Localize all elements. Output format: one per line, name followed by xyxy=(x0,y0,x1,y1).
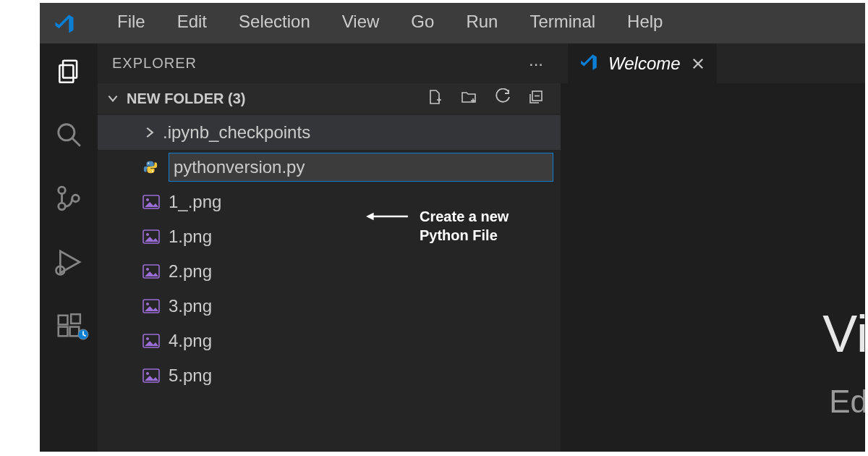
svg-rect-11 xyxy=(71,314,80,324)
menu-view[interactable]: View xyxy=(326,0,396,43)
activity-source-control[interactable] xyxy=(51,184,86,213)
python-file-icon xyxy=(142,159,169,175)
tree-file-label: 1.png xyxy=(169,227,212,247)
explorer-sidebar: EXPLORER ··· NEW FOLDER (3) xyxy=(98,43,561,456)
tree-file-label: 5.png xyxy=(169,366,212,386)
menu-file[interactable]: File xyxy=(101,0,161,43)
welcome-title-fragment: Vi xyxy=(822,304,868,363)
tab-welcome[interactable]: Welcome xyxy=(568,43,717,83)
tree-new-file-row xyxy=(98,150,561,185)
tree-file-label: 3.png xyxy=(169,296,212,316)
collapse-all-icon[interactable] xyxy=(527,88,545,109)
activity-search[interactable] xyxy=(51,120,86,149)
image-file-icon xyxy=(142,195,169,209)
explorer-title: EXPLORER xyxy=(112,55,197,72)
svg-point-6 xyxy=(72,195,80,202)
file-tree: .ipynb_checkpoints 1_.png 1.png xyxy=(98,114,561,393)
svg-point-24 xyxy=(146,233,149,236)
refresh-icon[interactable] xyxy=(494,88,511,109)
activity-run-debug[interactable] xyxy=(51,248,86,276)
chevron-right-icon xyxy=(142,125,163,140)
image-file-icon xyxy=(142,334,169,348)
svg-rect-8 xyxy=(59,316,68,325)
svg-point-5 xyxy=(59,203,66,210)
menu-selection[interactable]: Selection xyxy=(223,0,326,43)
svg-point-2 xyxy=(59,124,75,140)
svg-rect-9 xyxy=(59,327,68,337)
svg-point-28 xyxy=(146,303,149,305)
image-file-icon xyxy=(142,264,169,279)
svg-rect-1 xyxy=(59,65,73,83)
close-icon[interactable] xyxy=(691,56,705,71)
menu-bar: File Edit Selection View Go Run Terminal… xyxy=(0,0,868,43)
vscode-logo-icon xyxy=(579,53,598,75)
activity-extensions[interactable] xyxy=(51,311,86,340)
tree-file[interactable]: 1.png xyxy=(98,219,561,254)
image-file-icon xyxy=(142,368,169,383)
folder-section-header[interactable]: NEW FOLDER (3) xyxy=(98,83,561,114)
svg-point-20 xyxy=(152,171,153,172)
tree-file-label: 2.png xyxy=(169,261,212,282)
svg-point-26 xyxy=(146,268,149,271)
svg-point-30 xyxy=(146,337,149,340)
tree-folder-ipynb-checkpoints[interactable]: .ipynb_checkpoints xyxy=(98,115,561,150)
menu-help[interactable]: Help xyxy=(611,0,678,43)
svg-point-19 xyxy=(148,163,149,164)
explorer-more-icon[interactable]: ··· xyxy=(529,54,548,74)
menu-edit[interactable]: Edit xyxy=(161,0,223,43)
tree-file[interactable]: 5.png xyxy=(98,358,561,393)
image-file-icon xyxy=(142,229,169,244)
new-folder-icon[interactable] xyxy=(459,88,478,109)
explorer-header: EXPLORER ··· xyxy=(98,43,561,83)
image-file-icon xyxy=(142,299,169,313)
welcome-subtitle-fragment: Ed xyxy=(829,384,868,420)
tree-folder-label: .ipynb_checkpoints xyxy=(163,122,310,143)
editor-area: Welcome Vi Ed xyxy=(561,43,868,456)
vscode-logo-icon xyxy=(54,13,75,38)
menu-run[interactable]: Run xyxy=(450,0,514,43)
folder-section-label: NEW FOLDER (3) xyxy=(127,90,245,107)
svg-point-22 xyxy=(146,198,149,201)
tree-file-label: 1_.png xyxy=(169,192,221,212)
new-file-name-input[interactable] xyxy=(169,153,553,182)
tab-bar: Welcome xyxy=(561,43,868,83)
tree-file[interactable]: 2.png xyxy=(98,254,561,289)
tree-file-label: 4.png xyxy=(169,331,212,351)
tree-file[interactable]: 4.png xyxy=(98,324,561,358)
svg-line-3 xyxy=(72,138,80,146)
clock-badge-icon xyxy=(77,329,89,343)
new-file-icon[interactable] xyxy=(426,88,443,109)
svg-point-32 xyxy=(146,372,149,375)
tab-label: Welcome xyxy=(608,54,681,74)
tree-file[interactable]: 3.png xyxy=(98,289,561,324)
activity-bar xyxy=(40,43,98,456)
svg-point-4 xyxy=(59,187,66,194)
svg-rect-0 xyxy=(63,61,77,78)
chevron-down-icon xyxy=(106,92,121,105)
activity-explorer[interactable] xyxy=(51,56,86,85)
menu-go[interactable]: Go xyxy=(395,0,450,43)
menu-terminal[interactable]: Terminal xyxy=(514,0,611,43)
tree-file[interactable]: 1_.png xyxy=(98,185,561,219)
folder-section-actions xyxy=(426,88,561,109)
